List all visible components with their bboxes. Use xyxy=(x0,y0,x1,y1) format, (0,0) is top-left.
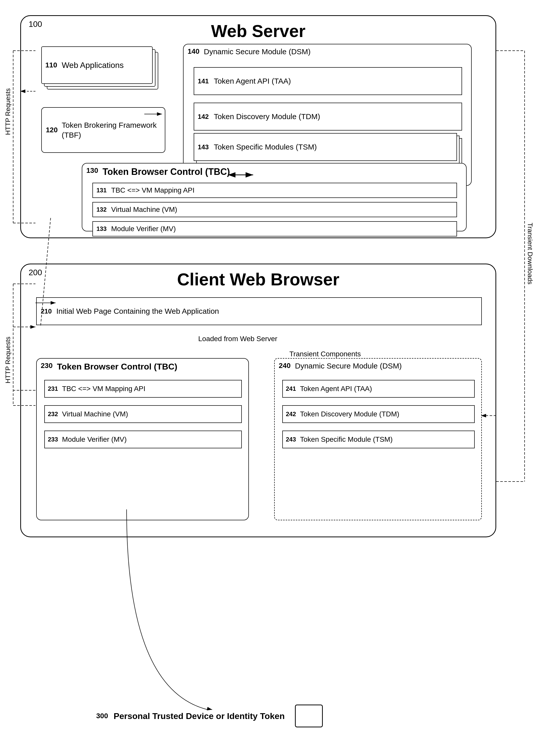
tbf-120-box: 120 Token Brokering Framework (TBF) xyxy=(41,107,165,153)
module-133-label: Module Verifier (MV) xyxy=(111,225,176,233)
module-132: 132 Virtual Machine (VM) xyxy=(92,202,457,217)
dsm-240-box: 240 Dynamic Secure Module (DSM) 241 Toke… xyxy=(274,358,482,520)
tbf-120-num: 120 xyxy=(46,126,58,134)
module-231-label: TBC <=> VM Mapping API xyxy=(62,385,145,393)
module-141-label: Token Agent API (TAA) xyxy=(214,77,291,86)
dsm-140-label: Dynamic Secure Module (DSM) xyxy=(204,47,311,56)
transient-downloads-text: Transient Downloads xyxy=(526,222,534,284)
module-141-num: 141 xyxy=(198,77,209,85)
module-132-num: 132 xyxy=(96,206,107,213)
module-133: 133 Module Verifier (MV) xyxy=(92,221,457,236)
module-143-label: Token Specific Modules (TSM) xyxy=(214,143,317,151)
module-131-label: TBC <=> VM Mapping API xyxy=(111,186,194,194)
tbc-130-title: Token Browser Control (TBC) xyxy=(103,166,230,177)
module-243-label: Token Specific Module (TSM) xyxy=(300,435,393,444)
initial-page-210: 210 Initial Web Page Containing the Web … xyxy=(36,297,482,325)
module-241: 241 Token Agent API (TAA) xyxy=(282,380,475,398)
module-141: 141 Token Agent API (TAA) xyxy=(194,67,462,95)
transient-label: Transient Components xyxy=(290,350,361,358)
module-243: 243 Token Specific Module (TSM) xyxy=(282,431,475,448)
module-233: 233 Module Verifier (MV) xyxy=(44,431,242,448)
dsm-140-num: 140 xyxy=(188,47,199,55)
tbc-230-box: 230 Token Browser Control (TBC) 231 TBC … xyxy=(36,358,249,520)
web-server-box: 100 Web Server 110 Web Applications 140 … xyxy=(20,15,496,238)
module-142: 142 Token Discovery Module (TDM) xyxy=(194,103,462,131)
module-232-num: 232 xyxy=(48,410,58,418)
tbc-130-num: 130 xyxy=(86,166,98,175)
web-server-title: Web Server xyxy=(21,21,496,41)
module-143-num: 143 xyxy=(198,143,209,151)
initial-page-label: Initial Web Page Containing the Web Appl… xyxy=(56,307,219,316)
module-132-label: Virtual Machine (VM) xyxy=(111,206,177,214)
client-browser-title: Client Web Browser xyxy=(21,269,496,289)
web-apps-stack: 110 Web Applications xyxy=(41,46,160,97)
web-apps-label: Web Applications xyxy=(62,61,124,70)
module-142-num: 142 xyxy=(198,113,209,121)
module-233-label: Module Verifier (MV) xyxy=(62,435,127,444)
tbc-230-num: 230 xyxy=(41,362,53,370)
module-242-label: Token Discovery Module (TDM) xyxy=(300,410,399,418)
loaded-label: Loaded from Web Server xyxy=(198,335,277,343)
module-233-num: 233 xyxy=(48,436,58,443)
http-requests-label-client: HTTP Requests xyxy=(2,324,14,395)
module-241-label: Token Agent API (TAA) xyxy=(300,385,372,393)
http-label-client-text: HTTP Requests xyxy=(4,337,12,383)
personal-token-section: 300 Personal Trusted Device or Identity … xyxy=(96,700,496,732)
module-131-num: 131 xyxy=(96,187,107,194)
module-131: 131 TBC <=> VM Mapping API xyxy=(92,183,457,198)
dsm-240-label: Dynamic Secure Module (DSM) xyxy=(295,362,402,370)
web-apps-card-front: 110 Web Applications xyxy=(41,46,153,84)
tbc-130-box: 130 Token Browser Control (TBC) 131 TBC … xyxy=(82,163,466,231)
module-241-num: 241 xyxy=(286,385,296,392)
token-300-num: 300 xyxy=(96,712,108,720)
module-231-num: 231 xyxy=(48,385,58,392)
module-142-label: Token Discovery Module (TDM) xyxy=(214,112,320,121)
tbc-230-title: Token Browser Control (TBC) xyxy=(57,362,177,372)
module-232-label: Virtual Machine (VM) xyxy=(62,410,128,418)
token-300-label: Personal Trusted Device or Identity Toke… xyxy=(114,711,285,721)
http-label-server-text: HTTP Requests xyxy=(4,88,12,135)
token-box xyxy=(295,705,323,727)
module-243-num: 243 xyxy=(286,436,296,443)
client-browser-box: 200 Client Web Browser 210 Initial Web P… xyxy=(20,264,496,537)
transient-downloads-label: Transient Downloads xyxy=(524,101,536,406)
module-231: 231 TBC <=> VM Mapping API xyxy=(44,380,242,398)
dsm-240-num: 240 xyxy=(279,362,291,370)
module-143: 143 Token Specific Modules (TSM) xyxy=(194,133,457,161)
web-apps-num: 110 xyxy=(45,61,57,69)
module-242-num: 242 xyxy=(286,410,296,418)
module-232: 232 Virtual Machine (VM) xyxy=(44,405,242,423)
module-133-num: 133 xyxy=(96,225,107,232)
module-242: 242 Token Discovery Module (TDM) xyxy=(282,405,475,423)
tbf-120-label: Token Brokering Framework (TBF) xyxy=(62,120,165,140)
initial-page-num: 210 xyxy=(41,307,52,315)
http-requests-label-server: HTTP Requests xyxy=(2,71,14,152)
